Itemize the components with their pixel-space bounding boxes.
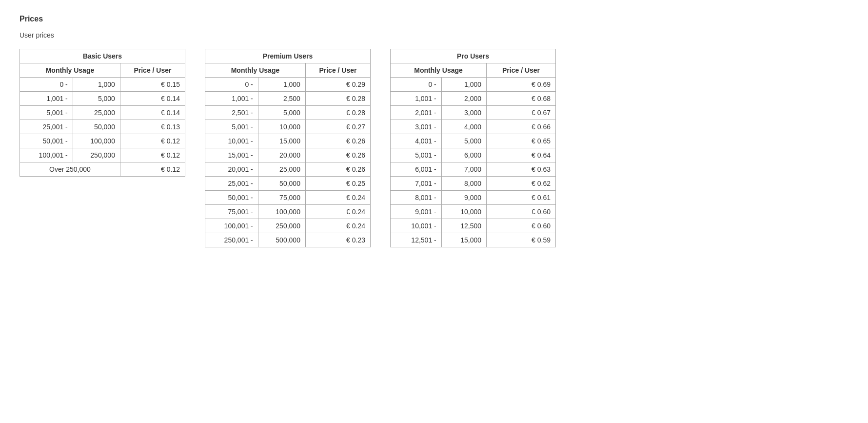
range-to-cell: 250,000 (73, 148, 120, 162)
range-from-cell: 5,001 - (20, 106, 73, 120)
table-basic: Basic UsersMonthly UsagePrice / User0 -1… (20, 49, 185, 177)
range-to-cell: 5,000 (441, 134, 486, 148)
table-premium-col2-header: Price / User (305, 63, 370, 78)
price-cell: € 0.68 (487, 92, 556, 106)
table-pro-col1-header: Monthly Usage (391, 63, 487, 78)
price-cell: € 0.62 (487, 177, 556, 191)
range-from-cell: 15,001 - (205, 148, 258, 162)
range-to-cell: 75,000 (258, 191, 305, 205)
range-from-cell: 20,001 - (205, 162, 258, 177)
table-premium-header: Premium Users (205, 49, 371, 63)
table-row: 5,001 -25,000€ 0.14 (20, 106, 185, 120)
range-to-cell: 50,000 (73, 120, 120, 134)
price-cell: € 0.12 (120, 162, 185, 177)
price-cell: € 0.67 (487, 106, 556, 120)
price-cell: € 0.12 (120, 134, 185, 148)
price-cell: € 0.69 (487, 78, 556, 92)
table-basic-header: Basic Users (20, 49, 185, 63)
range-from-cell: 10,001 - (205, 134, 258, 148)
range-from-cell: 7,001 - (391, 177, 442, 191)
table-row: 100,001 -250,000€ 0.12 (20, 148, 185, 162)
price-cell: € 0.66 (487, 120, 556, 134)
table-row: 250,001 -500,000€ 0.23 (205, 233, 371, 247)
range-to-cell: 5,000 (73, 92, 120, 106)
price-cell: € 0.26 (305, 134, 370, 148)
range-to-cell: 1,000 (258, 78, 305, 92)
range-to-cell: 2,500 (258, 92, 305, 106)
table-row: 1,001 -2,000€ 0.68 (391, 92, 556, 106)
table-row: Over 250,000€ 0.12 (20, 162, 185, 177)
range-to-cell: 5,000 (258, 106, 305, 120)
price-cell: € 0.60 (487, 219, 556, 233)
table-row: 5,001 -10,000€ 0.27 (205, 120, 371, 134)
table-row: 2,001 -3,000€ 0.67 (391, 106, 556, 120)
table-row: 12,501 -15,000€ 0.59 (391, 233, 556, 247)
range-to-cell: 15,000 (258, 134, 305, 148)
table-row: 25,001 -50,000€ 0.13 (20, 120, 185, 134)
range-from-cell: 5,001 - (391, 148, 442, 162)
table-row: 100,001 -250,000€ 0.24 (205, 219, 371, 233)
price-cell: € 0.63 (487, 162, 556, 177)
price-cell: € 0.28 (305, 92, 370, 106)
price-cell: € 0.28 (305, 106, 370, 120)
tables-container: Basic UsersMonthly UsagePrice / User0 -1… (20, 49, 848, 247)
table-row: 7,001 -8,000€ 0.62 (391, 177, 556, 191)
range-from-cell: 0 - (20, 78, 73, 92)
range-to-cell: 1,000 (73, 78, 120, 92)
page-title: Prices (20, 15, 848, 23)
range-to-cell: 10,000 (258, 120, 305, 134)
range-from-cell: 4,001 - (391, 134, 442, 148)
table-basic-col1-header: Monthly Usage (20, 63, 120, 78)
range-from-cell: 2,501 - (205, 106, 258, 120)
table-row: 20,001 -25,000€ 0.26 (205, 162, 371, 177)
table-row: 1,001 -5,000€ 0.14 (20, 92, 185, 106)
range-from-cell: 50,001 - (205, 191, 258, 205)
range-to-cell: 4,000 (441, 120, 486, 134)
range-to-cell: 3,000 (441, 106, 486, 120)
range-to-cell: 7,000 (441, 162, 486, 177)
range-from-cell: 75,001 - (205, 205, 258, 219)
table-basic-col2-header: Price / User (120, 63, 185, 78)
table-pro-col2-header: Price / User (487, 63, 556, 78)
range-to-cell: 25,000 (258, 162, 305, 177)
range-to-cell: 100,000 (258, 205, 305, 219)
price-cell: € 0.24 (305, 219, 370, 233)
table-row: 50,001 -100,000€ 0.12 (20, 134, 185, 148)
price-cell: € 0.64 (487, 148, 556, 162)
table-row: 2,501 -5,000€ 0.28 (205, 106, 371, 120)
table-row: 0 -1,000€ 0.69 (391, 78, 556, 92)
range-to-cell: 6,000 (441, 148, 486, 162)
price-cell: € 0.12 (120, 148, 185, 162)
range-from-cell: 12,501 - (391, 233, 442, 247)
range-from-cell: 25,001 - (20, 120, 73, 134)
range-from-cell: 6,001 - (391, 162, 442, 177)
range-to-cell: 100,000 (73, 134, 120, 148)
range-from-cell: 2,001 - (391, 106, 442, 120)
table-row: 3,001 -4,000€ 0.66 (391, 120, 556, 134)
range-to-cell: 500,000 (258, 233, 305, 247)
table-premium: Premium UsersMonthly UsagePrice / User0 … (205, 49, 371, 247)
table-pro-header: Pro Users (391, 49, 556, 63)
price-cell: € 0.60 (487, 205, 556, 219)
range-to-cell: 1,000 (441, 78, 486, 92)
range-from-cell: 1,001 - (391, 92, 442, 106)
range-from-cell: 250,001 - (205, 233, 258, 247)
range-from-cell: 1,001 - (20, 92, 73, 106)
range-from-cell: 9,001 - (391, 205, 442, 219)
range-to-cell: 15,000 (441, 233, 486, 247)
table-row: 5,001 -6,000€ 0.64 (391, 148, 556, 162)
price-cell: € 0.13 (120, 120, 185, 134)
price-cell: € 0.65 (487, 134, 556, 148)
table-premium-col1-header: Monthly Usage (205, 63, 306, 78)
price-cell: € 0.26 (305, 162, 370, 177)
table-row: 10,001 -15,000€ 0.26 (205, 134, 371, 148)
range-to-cell: 20,000 (258, 148, 305, 162)
price-cell: € 0.26 (305, 148, 370, 162)
range-from-cell: 8,001 - (391, 191, 442, 205)
range-to-cell: 8,000 (441, 177, 486, 191)
range-to-cell: 10,000 (441, 205, 486, 219)
table-row: 0 -1,000€ 0.15 (20, 78, 185, 92)
range-from-cell: 1,001 - (205, 92, 258, 106)
range-from-cell: 100,001 - (205, 219, 258, 233)
range-from-cell: 5,001 - (205, 120, 258, 134)
